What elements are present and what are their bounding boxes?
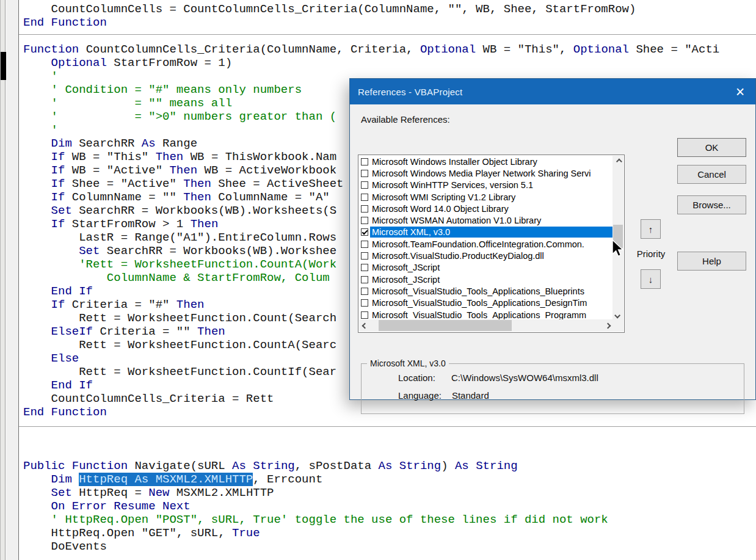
code-line[interactable]: Optional StartFromRow = 1) [23, 56, 756, 70]
code-line[interactable]: Dim HttpReq As MSXML2.XMLHTTP, Errcount [23, 473, 756, 486]
reference-item[interactable]: Microsoft WSMAN Automation V1.0 Library [359, 214, 613, 226]
references-dialog: References - VBAProject × Available Refe… [349, 78, 756, 400]
reference-checkbox[interactable] [361, 205, 368, 213]
help-button[interactable]: Help [677, 252, 746, 271]
code-line[interactable] [23, 446, 756, 459]
procedure-divider [19, 34, 756, 35]
reference-checkbox[interactable] [361, 299, 368, 307]
horizontal-scrollbar[interactable] [359, 319, 613, 332]
reference-checkbox[interactable] [361, 158, 368, 165]
vbe-editor-window: CountColumnCells = CountColumnCells_Crit… [0, 0, 756, 560]
scroll-up-button[interactable] [612, 156, 623, 167]
reference-label: Microsoft Word 14.0 Object Library [370, 203, 613, 214]
language-label: Language: [398, 390, 442, 401]
code-line[interactable]: Public Function Navigate(sURL As String,… [23, 459, 756, 473]
reference-item[interactable]: Microsoft XML, v3.0 [359, 227, 613, 238]
code-margin-bar[interactable] [6, 0, 18, 560]
chevron-right-icon [605, 322, 611, 329]
reference-item[interactable]: Microsoft.TeamFoundation.OfficeIntegrati… [359, 238, 613, 250]
reference-checkbox[interactable] [361, 276, 368, 283]
available-references-label: Available References: [361, 114, 450, 125]
code-line[interactable]: Function CountColumnCells_Criteria(Colum… [23, 43, 756, 56]
horizontal-scroll-thumb[interactable] [379, 320, 512, 331]
reference-checkbox[interactable] [361, 170, 368, 177]
language-value: Standard [452, 390, 489, 401]
reference-item[interactable]: Microsoft Windows Installer Object Libra… [359, 156, 613, 167]
reference-item[interactable]: Microsoft_VisualStudio_Tools_Application… [359, 297, 613, 309]
chevron-left-icon [362, 322, 368, 329]
reference-label: Microsoft_VisualStudio_Tools_Application… [370, 297, 613, 308]
reference-item[interactable]: Microsoft_VisualStudio_Tools_Application… [359, 285, 613, 297]
reference-checkbox[interactable] [361, 194, 368, 201]
reference-item[interactable]: Microsoft Word 14.0 Object Library [359, 203, 613, 214]
vertical-scrollbar[interactable] [612, 156, 623, 321]
language-row: Language:Standard [398, 390, 489, 401]
window-edge-marker [1, 52, 6, 80]
reference-label: Microsoft_JScript [370, 274, 613, 285]
code-line[interactable]: DoEvents [23, 540, 756, 553]
reference-label: Microsoft Windows Media Player Network S… [370, 168, 613, 179]
cancel-button[interactable]: Cancel [677, 165, 746, 184]
code-line[interactable]: ' HttpReq.Open "POST", sURL, True' toggl… [23, 513, 756, 526]
reference-label: Microsoft XML, v3.0 [370, 227, 613, 238]
references-rows: Microsoft Windows Installer Object Libra… [359, 156, 613, 321]
references-listbox[interactable]: Microsoft Windows Installer Object Libra… [358, 155, 625, 333]
reference-label: Microsoft WSMAN Automation V1.0 Library [370, 215, 613, 226]
reference-details-title: Microsoft XML, v3.0 [367, 358, 449, 368]
reference-item[interactable]: Microsoft_JScript [359, 274, 613, 285]
scroll-right-button[interactable] [602, 319, 613, 332]
code-line[interactable]: On Error Resume Next [23, 500, 756, 513]
reference-label: Microsoft Windows Installer Object Libra… [370, 156, 613, 167]
ok-button[interactable]: OK [677, 138, 746, 157]
code-line[interactable]: CountColumnCells = CountColumnCells_Crit… [23, 2, 756, 16]
code-line[interactable] [23, 432, 756, 446]
reference-item[interactable]: Microsoft WMI Scripting V1.2 Library [359, 191, 613, 203]
dialog-body: Available References: Microsoft Windows … [350, 104, 755, 399]
browse-button[interactable]: Browse... [677, 195, 746, 214]
scrollbar-corner [612, 319, 623, 332]
chevron-down-icon [614, 312, 620, 318]
code-line[interactable] [23, 29, 756, 43]
location-value: C:\Windows\SysWOW64\msxml3.dll [451, 373, 598, 383]
location-row: Location:C:\Windows\SysWOW64\msxml3.dll [398, 373, 598, 383]
reference-label: Microsoft WMI Scripting V1.2 Library [370, 192, 613, 203]
code-line[interactable]: HttpReq.Open "GET", sURL, True [23, 526, 756, 540]
reference-label: Microsoft_VisualStudio_Tools_Application… [370, 286, 613, 297]
location-label: Location: [398, 373, 435, 383]
scroll-left-button[interactable] [359, 319, 370, 332]
reference-details-group: Microsoft XML, v3.0 Location:C:\Windows\… [361, 363, 744, 414]
code-line[interactable] [23, 419, 756, 432]
window-edge-strip [0, 0, 5, 560]
reference-label: Microsoft_JScript [370, 262, 613, 273]
reference-item[interactable]: Microsoft_JScript [359, 262, 613, 274]
reference-checkbox[interactable] [361, 181, 368, 189]
chevron-up-icon [616, 158, 622, 164]
reference-checkbox[interactable] [361, 311, 368, 319]
reference-label: Microsoft WinHTTP Services, version 5.1 [370, 180, 613, 191]
code-line[interactable]: Set HttpReq = New MSXML2.XMLHTTP [23, 486, 756, 500]
priority-up-button[interactable]: ↑ [641, 219, 661, 239]
procedure-divider [19, 426, 756, 427]
mouse-cursor-icon [612, 239, 627, 259]
priority-down-button[interactable]: ↓ [641, 269, 661, 289]
reference-checkbox[interactable] [361, 252, 368, 260]
reference-checkbox[interactable] [361, 228, 368, 236]
reference-item[interactable]: Microsoft.VisualStudio.ProductKeyDialog.… [359, 250, 613, 261]
reference-item[interactable]: Microsoft WinHTTP Services, version 5.1 [359, 180, 613, 191]
reference-checkbox[interactable] [361, 217, 368, 224]
reference-label: Microsoft.TeamFoundation.OfficeIntegrati… [370, 239, 613, 250]
reference-checkbox[interactable] [361, 241, 368, 248]
priority-label: Priority [630, 249, 672, 259]
code-line[interactable]: End Function [23, 16, 756, 29]
close-icon[interactable]: × [730, 79, 751, 104]
dialog-titlebar[interactable]: References - VBAProject × [350, 79, 755, 104]
reference-checkbox[interactable] [361, 264, 368, 271]
reference-label: Microsoft_VisualStudio_Tools_Application… [370, 310, 613, 321]
reference-item[interactable]: Microsoft Windows Media Player Network S… [359, 167, 613, 179]
dialog-title: References - VBAProject [350, 87, 462, 97]
reference-checkbox[interactable] [361, 288, 368, 295]
reference-label: Microsoft.VisualStudio.ProductKeyDialog.… [370, 250, 613, 261]
